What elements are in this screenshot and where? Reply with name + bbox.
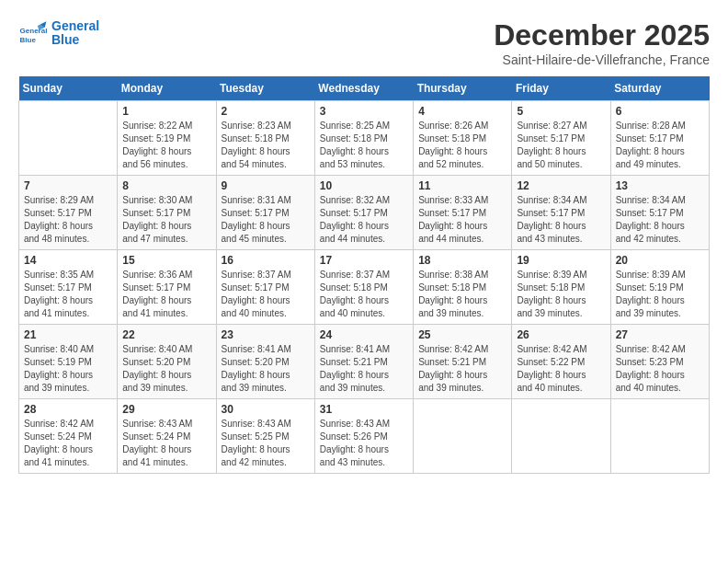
calendar-cell: 13Sunrise: 8:34 AM Sunset: 5:17 PM Dayli… bbox=[610, 176, 709, 250]
day-number: 17 bbox=[320, 254, 408, 267]
calendar-cell: 21Sunrise: 8:40 AM Sunset: 5:19 PM Dayli… bbox=[19, 325, 118, 399]
col-header-friday: Friday bbox=[512, 76, 610, 101]
calendar-cell: 5Sunrise: 8:27 AM Sunset: 5:17 PM Daylig… bbox=[512, 101, 610, 176]
calendar-cell: 15Sunrise: 8:36 AM Sunset: 5:17 PM Dayli… bbox=[118, 250, 216, 325]
day-info: Sunrise: 8:35 AM Sunset: 5:17 PM Dayligh… bbox=[24, 269, 112, 320]
calendar-week-row: 14Sunrise: 8:35 AM Sunset: 5:17 PM Dayli… bbox=[19, 250, 710, 325]
day-info: Sunrise: 8:42 AM Sunset: 5:22 PM Dayligh… bbox=[517, 343, 605, 395]
calendar-cell bbox=[414, 399, 512, 474]
day-info: Sunrise: 8:28 AM Sunset: 5:17 PM Dayligh… bbox=[616, 120, 704, 171]
day-info: Sunrise: 8:32 AM Sunset: 5:17 PM Dayligh… bbox=[320, 194, 408, 246]
logo-blue: Blue bbox=[51, 33, 99, 47]
day-number: 13 bbox=[616, 179, 704, 192]
col-header-thursday: Thursday bbox=[414, 76, 512, 101]
day-number: 21 bbox=[24, 328, 112, 341]
day-number: 10 bbox=[320, 179, 408, 192]
col-header-saturday: Saturday bbox=[610, 76, 709, 101]
calendar-cell: 8Sunrise: 8:30 AM Sunset: 5:17 PM Daylig… bbox=[118, 176, 216, 250]
calendar-cell: 17Sunrise: 8:37 AM Sunset: 5:18 PM Dayli… bbox=[314, 250, 413, 325]
day-number: 16 bbox=[222, 254, 310, 267]
day-info: Sunrise: 8:38 AM Sunset: 5:18 PM Dayligh… bbox=[418, 269, 506, 320]
calendar-cell: 4Sunrise: 8:26 AM Sunset: 5:18 PM Daylig… bbox=[414, 101, 512, 176]
day-info: Sunrise: 8:40 AM Sunset: 5:20 PM Dayligh… bbox=[122, 343, 210, 395]
day-info: Sunrise: 8:43 AM Sunset: 5:26 PM Dayligh… bbox=[320, 418, 408, 469]
day-info: Sunrise: 8:43 AM Sunset: 5:24 PM Dayligh… bbox=[122, 418, 210, 469]
day-info: Sunrise: 8:34 AM Sunset: 5:17 PM Dayligh… bbox=[616, 194, 704, 246]
day-info: Sunrise: 8:25 AM Sunset: 5:18 PM Dayligh… bbox=[320, 120, 408, 171]
day-info: Sunrise: 8:34 AM Sunset: 5:17 PM Dayligh… bbox=[517, 194, 605, 246]
calendar-cell: 27Sunrise: 8:42 AM Sunset: 5:23 PM Dayli… bbox=[610, 325, 709, 399]
day-number: 12 bbox=[517, 179, 605, 192]
calendar-cell bbox=[610, 399, 709, 474]
day-number: 11 bbox=[418, 179, 506, 192]
day-info: Sunrise: 8:36 AM Sunset: 5:17 PM Dayligh… bbox=[122, 269, 210, 320]
day-number: 30 bbox=[222, 403, 310, 416]
calendar-cell: 28Sunrise: 8:42 AM Sunset: 5:24 PM Dayli… bbox=[19, 399, 118, 474]
calendar-week-row: 7Sunrise: 8:29 AM Sunset: 5:17 PM Daylig… bbox=[19, 176, 710, 250]
day-number: 3 bbox=[320, 105, 408, 118]
calendar-cell: 19Sunrise: 8:39 AM Sunset: 5:18 PM Dayli… bbox=[512, 250, 610, 325]
day-number: 2 bbox=[222, 105, 310, 118]
logo: General Blue General Blue bbox=[18, 18, 99, 48]
day-info: Sunrise: 8:22 AM Sunset: 5:19 PM Dayligh… bbox=[122, 120, 210, 171]
calendar-cell: 6Sunrise: 8:28 AM Sunset: 5:17 PM Daylig… bbox=[610, 101, 709, 176]
day-number: 5 bbox=[517, 105, 605, 118]
day-number: 19 bbox=[517, 254, 605, 267]
day-number: 28 bbox=[24, 403, 112, 416]
calendar-cell: 24Sunrise: 8:41 AM Sunset: 5:21 PM Dayli… bbox=[314, 325, 413, 399]
calendar-cell: 14Sunrise: 8:35 AM Sunset: 5:17 PM Dayli… bbox=[19, 250, 118, 325]
day-info: Sunrise: 8:42 AM Sunset: 5:24 PM Dayligh… bbox=[24, 418, 112, 469]
day-number: 26 bbox=[517, 328, 605, 341]
day-info: Sunrise: 8:27 AM Sunset: 5:17 PM Dayligh… bbox=[517, 120, 605, 171]
day-info: Sunrise: 8:37 AM Sunset: 5:17 PM Dayligh… bbox=[222, 269, 310, 320]
calendar-table: SundayMondayTuesdayWednesdayThursdayFrid… bbox=[18, 76, 710, 474]
calendar-cell: 11Sunrise: 8:33 AM Sunset: 5:17 PM Dayli… bbox=[414, 176, 512, 250]
calendar-cell: 22Sunrise: 8:40 AM Sunset: 5:20 PM Dayli… bbox=[118, 325, 216, 399]
calendar-cell: 1Sunrise: 8:22 AM Sunset: 5:19 PM Daylig… bbox=[118, 101, 216, 176]
day-info: Sunrise: 8:30 AM Sunset: 5:17 PM Dayligh… bbox=[122, 194, 210, 246]
calendar-cell: 7Sunrise: 8:29 AM Sunset: 5:17 PM Daylig… bbox=[19, 176, 118, 250]
calendar-cell: 16Sunrise: 8:37 AM Sunset: 5:17 PM Dayli… bbox=[216, 250, 314, 325]
calendar-cell: 10Sunrise: 8:32 AM Sunset: 5:17 PM Dayli… bbox=[314, 176, 413, 250]
day-info: Sunrise: 8:37 AM Sunset: 5:18 PM Dayligh… bbox=[320, 269, 408, 320]
calendar-cell: 3Sunrise: 8:25 AM Sunset: 5:18 PM Daylig… bbox=[314, 101, 413, 176]
day-number: 18 bbox=[418, 254, 506, 267]
calendar-week-row: 21Sunrise: 8:40 AM Sunset: 5:19 PM Dayli… bbox=[19, 325, 710, 399]
day-info: Sunrise: 8:29 AM Sunset: 5:17 PM Dayligh… bbox=[24, 194, 112, 246]
month-title: December 2025 bbox=[494, 18, 710, 52]
location: Saint-Hilaire-de-Villefranche, France bbox=[494, 52, 710, 67]
calendar-cell: 9Sunrise: 8:31 AM Sunset: 5:17 PM Daylig… bbox=[216, 176, 314, 250]
day-info: Sunrise: 8:26 AM Sunset: 5:18 PM Dayligh… bbox=[418, 120, 506, 171]
calendar-cell: 20Sunrise: 8:39 AM Sunset: 5:19 PM Dayli… bbox=[610, 250, 709, 325]
calendar-cell: 29Sunrise: 8:43 AM Sunset: 5:24 PM Dayli… bbox=[118, 399, 216, 474]
calendar-cell: 30Sunrise: 8:43 AM Sunset: 5:25 PM Dayli… bbox=[216, 399, 314, 474]
day-number: 25 bbox=[418, 328, 506, 341]
calendar-week-row: 28Sunrise: 8:42 AM Sunset: 5:24 PM Dayli… bbox=[19, 399, 710, 474]
day-number: 20 bbox=[616, 254, 704, 267]
calendar-cell: 18Sunrise: 8:38 AM Sunset: 5:18 PM Dayli… bbox=[414, 250, 512, 325]
calendar-cell bbox=[512, 399, 610, 474]
calendar-cell: 12Sunrise: 8:34 AM Sunset: 5:17 PM Dayli… bbox=[512, 176, 610, 250]
day-number: 31 bbox=[320, 403, 408, 416]
day-number: 7 bbox=[24, 179, 112, 192]
day-info: Sunrise: 8:42 AM Sunset: 5:21 PM Dayligh… bbox=[418, 343, 506, 395]
day-info: Sunrise: 8:42 AM Sunset: 5:23 PM Dayligh… bbox=[616, 343, 704, 395]
calendar-cell: 2Sunrise: 8:23 AM Sunset: 5:18 PM Daylig… bbox=[216, 101, 314, 176]
day-number: 4 bbox=[418, 105, 506, 118]
day-number: 6 bbox=[616, 105, 704, 118]
logo-general: General bbox=[51, 19, 99, 33]
day-info: Sunrise: 8:31 AM Sunset: 5:17 PM Dayligh… bbox=[222, 194, 310, 246]
day-number: 9 bbox=[222, 179, 310, 192]
day-info: Sunrise: 8:43 AM Sunset: 5:25 PM Dayligh… bbox=[222, 418, 310, 469]
calendar-cell: 25Sunrise: 8:42 AM Sunset: 5:21 PM Dayli… bbox=[414, 325, 512, 399]
day-number: 22 bbox=[122, 328, 210, 341]
calendar-cell: 26Sunrise: 8:42 AM Sunset: 5:22 PM Dayli… bbox=[512, 325, 610, 399]
calendar-cell bbox=[19, 101, 118, 176]
col-header-tuesday: Tuesday bbox=[216, 76, 314, 101]
day-number: 23 bbox=[222, 328, 310, 341]
col-header-wednesday: Wednesday bbox=[314, 76, 413, 101]
svg-text:Blue: Blue bbox=[20, 36, 37, 44]
calendar-week-row: 1Sunrise: 8:22 AM Sunset: 5:19 PM Daylig… bbox=[19, 101, 710, 176]
day-info: Sunrise: 8:39 AM Sunset: 5:18 PM Dayligh… bbox=[517, 269, 605, 320]
col-header-monday: Monday bbox=[118, 76, 216, 101]
